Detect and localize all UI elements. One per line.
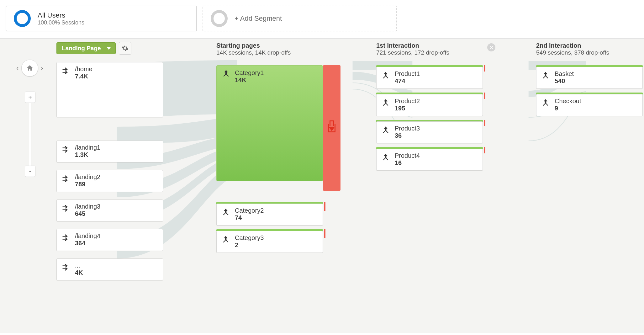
node-label: /landing4 [75, 232, 100, 240]
node-value: 789 [75, 181, 100, 188]
dropoff-tick [324, 202, 325, 211]
flow-node[interactable]: Category32 [216, 231, 323, 253]
node-label: Product4 [395, 152, 420, 159]
dropoff-tick [484, 65, 485, 72]
node-value: 195 [395, 105, 420, 112]
node-value: 364 [75, 240, 100, 247]
dropoff-tick [484, 120, 485, 126]
add-segment-button[interactable]: + Add Segment [203, 6, 397, 31]
flow-node[interactable]: /landing2789 [56, 170, 163, 192]
nav-home-button[interactable] [21, 60, 38, 77]
nav-widget: ‹ › [14, 60, 46, 77]
column-subtitle: 721 sessions, 172 drop-offs [376, 49, 483, 56]
flow-node[interactable]: Product1474 [376, 67, 483, 89]
segment-all-users[interactable]: All Users 100.00% Sessions [6, 6, 197, 31]
node-value: 645 [75, 210, 100, 217]
split-arrow-icon [61, 263, 71, 272]
flow-canvas: ‹ › + - Landing Page /home7.4K /la [0, 39, 644, 333]
node-label: Category1 [235, 69, 264, 77]
zoom-slider[interactable] [29, 103, 31, 166]
dropoff-indicator [323, 65, 340, 191]
node-label: Product2 [395, 98, 420, 105]
segment-ring-icon [14, 10, 31, 27]
segment-bar: All Users 100.00% Sessions + Add Segment [0, 0, 644, 39]
flow-node[interactable]: ...4K [56, 258, 163, 280]
column-title: Starting pages [216, 42, 323, 49]
node-value: 14K [235, 77, 264, 84]
flow-node[interactable]: Category274 [216, 204, 323, 226]
node-value: 474 [395, 77, 420, 85]
node-value: 1.3K [75, 151, 100, 158]
zoom-widget: + - [24, 92, 36, 177]
column-title: 1st Interaction [376, 42, 483, 49]
merge-arrow-icon [381, 125, 390, 135]
add-segment-label: + Add Segment [235, 14, 282, 23]
node-value: 2 [235, 242, 264, 249]
dropoff-tick [324, 229, 325, 238]
nav-next-button[interactable]: › [38, 61, 46, 75]
node-label: Product1 [395, 70, 420, 77]
flow-node[interactable]: /home7.4K [56, 62, 163, 117]
node-label: Basket [555, 70, 574, 77]
node-label: ... [75, 262, 83, 269]
node-value: 4K [75, 269, 83, 276]
split-arrow-icon [61, 66, 71, 76]
flow-column-starting: Starting pages14K sessions, 14K drop-off… [216, 42, 323, 288]
node-value: 9 [555, 105, 581, 112]
flow-column-int1: 1st Interaction721 sessions, 172 drop-of… [376, 42, 483, 288]
nav-prev-button[interactable]: ‹ [14, 61, 21, 75]
node-value: 16 [395, 159, 420, 167]
split-arrow-icon [61, 174, 71, 183]
node-label: /home [75, 66, 92, 73]
node-label: /landing3 [75, 203, 100, 210]
flow-node[interactable]: Category114K [216, 65, 323, 181]
flow-column-landing: Landing Page /home7.4K /landing11.3K /la… [56, 42, 163, 288]
node-value: 36 [395, 132, 420, 139]
flow-column-int2: 2nd Interaction549 sessions, 378 drop-of… [536, 42, 643, 288]
dropoff-tick [484, 93, 485, 99]
zoom-in-button[interactable]: + [25, 92, 35, 103]
segment-detail: 100.00% Sessions [38, 19, 84, 26]
split-arrow-icon [61, 233, 71, 242]
flow-node[interactable]: Product2195 [376, 94, 483, 116]
merge-arrow-icon [381, 71, 390, 80]
merge-arrow-icon [381, 98, 390, 108]
zoom-out-button[interactable]: - [25, 166, 35, 177]
flow-node[interactable]: /landing11.3K [56, 141, 163, 162]
split-arrow-icon [61, 204, 71, 213]
column-subtitle: 14K sessions, 14K drop-offs [216, 49, 323, 56]
node-label: Category2 [235, 207, 264, 214]
merge-arrow-icon [541, 71, 550, 80]
node-value: 74 [235, 214, 264, 221]
node-label: /landing1 [75, 144, 100, 151]
split-arrow-icon [61, 145, 71, 154]
node-label: Category3 [235, 234, 264, 242]
flow-node[interactable]: Checkout9 [536, 94, 643, 116]
gear-icon [122, 45, 129, 52]
merge-arrow-icon [381, 153, 390, 162]
flow-node[interactable]: Product416 [376, 149, 483, 171]
node-label: /landing2 [75, 173, 100, 181]
dimension-select[interactable]: Landing Page [56, 42, 116, 54]
home-icon [26, 64, 34, 72]
merge-arrow-icon [541, 98, 550, 108]
flow-node[interactable]: /landing3645 [56, 199, 163, 221]
column-title: 2nd Interaction [536, 42, 643, 49]
close-column-button[interactable]: ✕ [487, 43, 495, 51]
node-value: 7.4K [75, 73, 92, 80]
segment-ring-icon [211, 10, 228, 27]
dropoff-tick [484, 147, 485, 153]
flow-node[interactable]: /landing4364 [56, 229, 163, 251]
segment-name: All Users [38, 11, 84, 19]
node-label: Checkout [555, 98, 581, 105]
node-value: 540 [555, 77, 574, 85]
flow-node[interactable]: Basket540 [536, 67, 643, 89]
settings-button[interactable] [119, 42, 131, 55]
merge-arrow-icon [221, 235, 230, 244]
node-label: Product3 [395, 125, 420, 132]
column-subtitle: 549 sessions, 378 drop-offs [536, 49, 643, 56]
flow-node[interactable]: Product336 [376, 121, 483, 143]
merge-arrow-icon [222, 69, 230, 79]
merge-arrow-icon [221, 208, 230, 217]
